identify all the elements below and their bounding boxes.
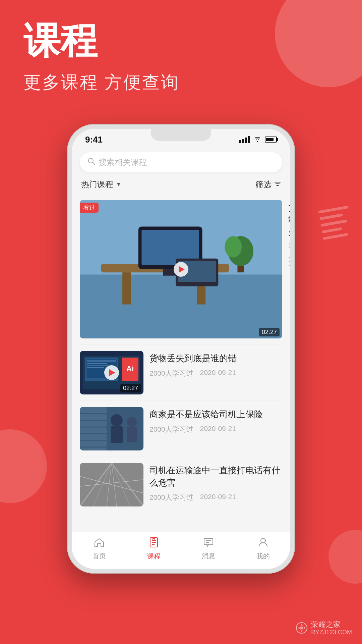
play-overlay-1 <box>80 200 282 338</box>
course-list: 看过 02:27 货车违法载货酿成火灾 2000人学习过 2020-09-21 <box>72 194 290 513</box>
phone-outer: 9:41 <box>67 124 295 574</box>
course-meta-1: 2000人学习过 2020-09-21 <box>288 242 290 269</box>
duration-1: 02:27 <box>259 328 280 336</box>
svg-point-36 <box>111 414 123 426</box>
watermark-domain: RYZJ123.COM <box>311 629 352 636</box>
course-learners-2: 2000人学习过 <box>149 369 193 378</box>
nav-item-home[interactable]: 首页 <box>93 537 106 560</box>
play-button-1 <box>174 262 188 277</box>
play-button-2 <box>104 365 119 380</box>
message-icon <box>203 537 214 550</box>
course-meta-2: 2000人学习过 2020-09-21 <box>149 369 282 378</box>
hot-courses-dropdown[interactable]: 热门课程 ▼ <box>81 179 121 190</box>
watermark: 荣耀之家 RYZJ123.COM <box>296 620 352 636</box>
course-title-3: 商家是不是应该给司机上保险 <box>149 408 282 420</box>
course-learners-1: 2000人学习过 <box>288 242 290 269</box>
profile-icon <box>258 537 268 550</box>
course-info-1: 货车违法载货酿成火灾 2000人学习过 2020-09-21 <box>288 200 290 269</box>
nav-item-profile[interactable]: 我的 <box>256 537 270 561</box>
page-subtitle: 更多课程 方便查询 <box>23 71 180 94</box>
course-meta-3: 2000人学习过 2020-09-21 <box>149 425 282 434</box>
course-info-4: 司机在运输途中一直接打电话有什么危害 2000人学习过 2020-09-21 <box>149 463 282 502</box>
watermark-icon <box>296 622 308 634</box>
course-thumb-4 <box>80 463 143 506</box>
battery-icon <box>265 137 277 143</box>
status-time: 9:41 <box>85 135 103 145</box>
nav-label-home: 首页 <box>93 551 106 560</box>
page-title: 课程 <box>23 20 180 61</box>
dropdown-arrow-icon: ▼ <box>116 181 121 187</box>
wifi-icon <box>253 136 261 144</box>
phone-screen: 9:41 <box>72 129 290 569</box>
bg-circle-top-right <box>275 0 362 87</box>
course-title-2: 货物丢失到底是谁的错 <box>149 352 282 364</box>
search-bar[interactable]: 搜索相关课程 <box>80 152 282 172</box>
bg-decorative-lines <box>318 206 355 254</box>
course-info-3: 商家是不是应该给司机上保险 2000人学习过 2020-09-21 <box>149 407 282 434</box>
course-date-3: 2020-09-21 <box>200 425 236 434</box>
search-placeholder-text: 搜索相关课程 <box>99 157 147 168</box>
nav-label-message: 消息 <box>202 551 215 560</box>
course-item-2[interactable]: Ai 02:27 货物丢失到底是谁的错 2000人学习过 <box>80 345 282 401</box>
filter-row: 热门课程 ▼ 筛选 <box>72 172 290 194</box>
svg-point-38 <box>127 417 137 427</box>
nav-label-profile: 我的 <box>256 552 270 561</box>
course-date-4: 2020-09-21 <box>200 493 236 502</box>
filter-icon <box>274 181 281 189</box>
signal-icon <box>239 136 250 143</box>
course-thumb-3 <box>80 407 143 450</box>
course-item-4[interactable]: 司机在运输途中一直接打电话有什么危害 2000人学习过 2020-09-21 <box>80 457 282 513</box>
course-title-4: 司机在运输途中一直接打电话有什么危害 <box>149 464 282 489</box>
filter-label: 筛选 <box>255 179 272 190</box>
duration-2: 02:27 <box>120 384 141 392</box>
svg-point-57 <box>261 538 265 543</box>
filter-button[interactable]: 筛选 <box>255 179 281 190</box>
nav-label-course: 课程 <box>147 552 161 561</box>
watermark-site: 荣耀之家 <box>311 620 352 629</box>
search-icon <box>88 158 95 167</box>
course-date-2: 2020-09-21 <box>200 369 236 378</box>
status-icons <box>239 136 277 144</box>
course-title-1: 货车违法载货酿成火灾 <box>288 201 290 238</box>
hot-courses-label: 热门课程 <box>81 179 113 190</box>
nav-item-course[interactable]: 课程 <box>147 537 161 561</box>
bottom-navigation: 首页 课程 <box>72 532 290 569</box>
home-icon <box>94 537 104 550</box>
svg-rect-39 <box>127 427 137 442</box>
bg-circle-bottom-left <box>0 429 47 503</box>
svg-rect-54 <box>204 538 213 545</box>
course-item-3[interactable]: 商家是不是应该给司机上保险 2000人学习过 2020-09-21 <box>80 401 282 457</box>
svg-line-1 <box>93 162 95 165</box>
course-item-1[interactable]: 看过 02:27 货车违法载货酿成火灾 2000人学习过 2020-09-21 <box>80 194 282 345</box>
course-info-2: 货物丢失到底是谁的错 2000人学习过 2020-09-21 <box>149 351 282 378</box>
nav-item-message[interactable]: 消息 <box>202 537 215 560</box>
phone-notch <box>151 129 211 141</box>
course-meta-4: 2000人学习过 2020-09-21 <box>149 493 282 502</box>
course-learners-4: 2000人学习过 <box>149 493 193 502</box>
course-thumb-2: Ai 02:27 <box>80 351 143 394</box>
course-icon <box>149 537 159 550</box>
course-thumb-1: 看过 02:27 <box>80 200 282 338</box>
phone-mockup: 9:41 <box>67 124 295 574</box>
svg-rect-37 <box>111 426 123 443</box>
header-section: 课程 更多课程 方便查询 <box>23 20 180 94</box>
bg-circle-bottom-right <box>328 530 362 584</box>
svg-point-59 <box>300 627 303 629</box>
course-learners-3: 2000人学习过 <box>149 425 193 434</box>
